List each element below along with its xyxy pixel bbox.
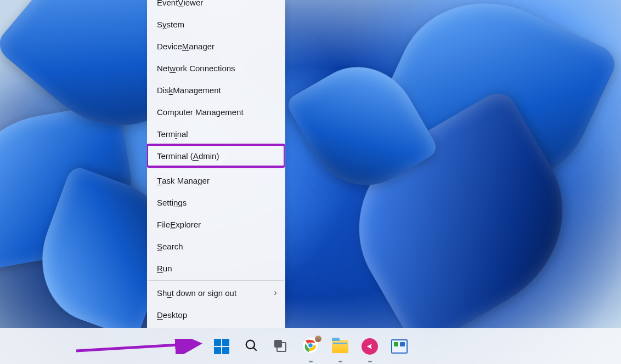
menu-item-12[interactable]: Run	[147, 257, 285, 279]
menu-item-2[interactable]: Device Manager	[147, 35, 285, 57]
control-panel-app[interactable]	[387, 334, 412, 359]
search-button[interactable]	[239, 334, 264, 359]
profile-badge-icon	[314, 335, 322, 343]
menu-item-6[interactable]: Terminal	[147, 123, 285, 145]
menu-separator	[148, 168, 284, 168]
menu-separator	[148, 280, 284, 281]
menu-item-3[interactable]: Network Connections	[147, 57, 285, 79]
svg-line-1	[253, 348, 256, 350]
menu-item-7[interactable]: Terminal (Admin)	[147, 145, 285, 167]
sharex-icon	[362, 338, 378, 355]
menu-item-10[interactable]: File Explorer	[147, 213, 285, 235]
file-explorer-app[interactable]	[328, 334, 353, 359]
menu-item-8[interactable]: Task Manager	[147, 169, 285, 191]
menu-item-14[interactable]: Desktop	[147, 304, 285, 326]
task-view-icon	[274, 340, 287, 353]
chrome-app[interactable]	[298, 334, 323, 359]
control-panel-icon	[391, 339, 408, 354]
search-icon	[244, 338, 258, 355]
menu-item-1[interactable]: System	[147, 13, 285, 35]
desktop-wallpaper	[0, 0, 621, 364]
menu-item-13[interactable]: Shut down or sign out	[147, 282, 285, 304]
menu-item-9[interactable]: Settings	[147, 191, 285, 213]
task-view-button[interactable]	[268, 334, 293, 359]
menu-item-5[interactable]: Computer Management	[147, 101, 285, 123]
menu-item-11[interactable]: Search	[147, 235, 285, 257]
taskbar	[0, 328, 621, 364]
sharex-app[interactable]	[357, 334, 382, 359]
menu-item-0[interactable]: Event Viewer	[147, 0, 285, 13]
start-button[interactable]	[209, 334, 234, 359]
win-x-menu: Event ViewerSystemDevice ManagerNetwork …	[147, 0, 285, 328]
menu-item-4[interactable]: Disk Management	[147, 79, 285, 101]
start-icon	[214, 339, 229, 354]
svg-point-0	[246, 340, 255, 348]
folder-icon	[332, 340, 348, 353]
